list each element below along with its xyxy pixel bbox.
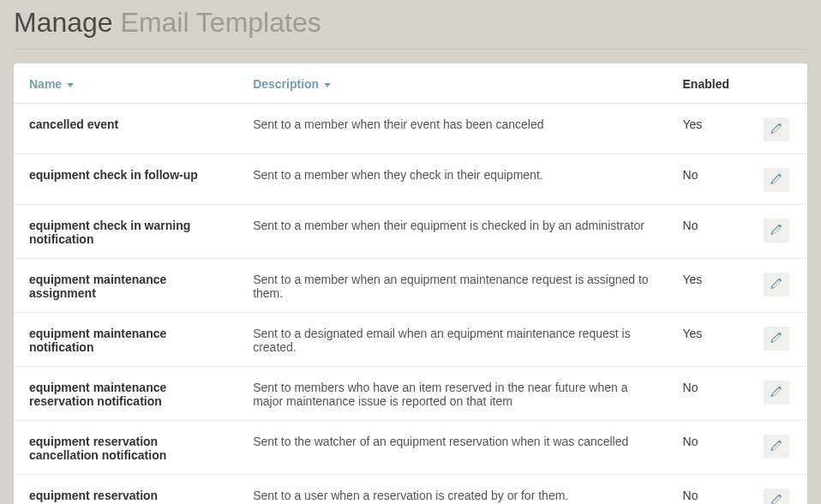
template-name: equipment maintenance notification [14,313,237,367]
table-row: equipment maintenance notificationSent t… [14,313,807,367]
templates-table: Name Description Enabled cancelled event… [14,63,807,504]
edit-button[interactable] [764,117,789,141]
template-description: Sent to a member when their event has be… [237,104,667,154]
sort-caret-icon [67,83,74,87]
column-header-description[interactable]: Description [237,63,667,104]
page-title-main: Manage [14,7,113,38]
table-header-row: Name Description Enabled [14,63,807,104]
template-enabled: No [668,154,749,205]
pencil-icon [770,494,782,505]
template-enabled: Yes [668,259,749,313]
pencil-icon [770,224,782,238]
template-actions [748,421,807,475]
column-header-name-label: Name [29,77,62,91]
page-title: Manage Email Templates [14,7,807,39]
edit-button[interactable] [764,435,789,459]
table-row: equipment maintenance reservation notifi… [14,367,807,421]
template-actions [748,104,807,154]
column-header-enabled: Enabled [668,63,749,104]
pencil-icon [770,332,782,346]
templates-panel: Name Description Enabled cancelled event… [14,63,807,504]
pencil-icon [770,173,782,188]
template-enabled: No [668,421,749,475]
table-row: equipment reservation cancellation notif… [14,421,807,475]
pencil-icon [770,386,782,400]
column-header-description-label: Description [253,77,319,91]
sort-caret-icon [324,83,331,87]
page-header: Manage Email Templates [0,0,821,49]
template-enabled: Yes [668,313,749,367]
edit-button[interactable] [764,273,789,297]
template-name: cancelled event [14,104,237,154]
template-actions [748,259,807,313]
table-row: equipment check in follow-upSent to a me… [14,154,807,205]
column-header-enabled-label: Enabled [683,77,729,91]
table-row: equipment maintenance assignmentSent to … [14,259,807,313]
table-row: equipment reservation confirmationSent t… [14,475,807,505]
table-row: equipment check in warning notificationS… [14,205,807,259]
edit-button[interactable] [764,168,789,192]
template-name: equipment maintenance assignment [14,259,237,313]
template-actions [748,313,807,367]
template-description: Sent to a designated email when an equip… [237,313,667,367]
template-name: equipment check in warning notification [14,205,237,259]
template-description: Sent to members who have an item reserve… [237,367,667,421]
template-name: equipment check in follow-up [14,154,237,205]
template-description: Sent to a member when an equipment maint… [237,259,667,313]
edit-button[interactable] [764,327,789,351]
column-header-actions [748,63,807,104]
template-actions [748,367,807,421]
edit-button[interactable] [764,219,789,243]
template-description: Sent to a user when a reservation is cre… [237,475,667,505]
page-title-sub: Email Templates [121,7,321,38]
template-name: equipment maintenance reservation notifi… [14,367,237,421]
template-description: Sent to a member when their equipment is… [237,205,667,259]
template-name: equipment reservation confirmation [14,475,237,505]
template-actions [748,475,807,505]
edit-button[interactable] [764,381,789,405]
column-header-name[interactable]: Name [14,63,237,104]
table-row: cancelled eventSent to a member when the… [14,104,807,154]
header-divider [14,49,807,50]
template-actions [748,154,807,205]
pencil-icon [770,440,782,454]
pencil-icon [770,123,782,137]
template-enabled: No [668,205,749,259]
template-description: Sent to a member when they check in thei… [237,154,667,205]
template-description: Sent to the watcher of an equipment rese… [237,421,667,475]
template-enabled: No [668,367,749,421]
template-enabled: Yes [668,104,749,154]
template-name: equipment reservation cancellation notif… [14,421,237,475]
pencil-icon [770,278,782,292]
edit-button[interactable] [764,489,789,504]
template-enabled: No [668,475,749,505]
template-actions [748,205,807,259]
